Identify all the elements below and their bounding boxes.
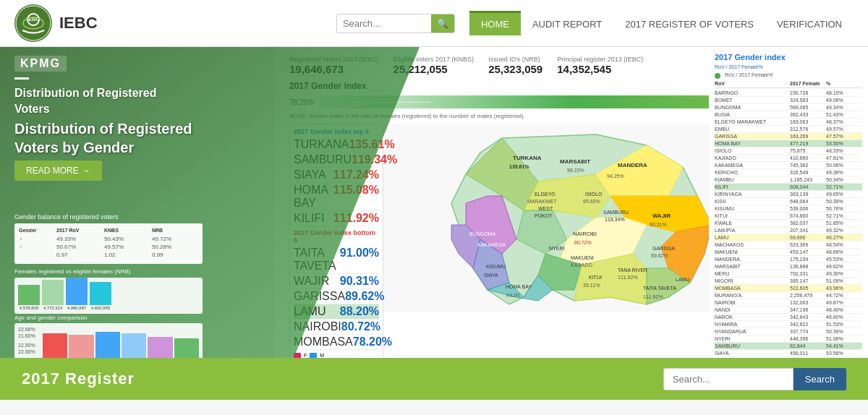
svg-text:135.61%: 135.61%	[509, 164, 529, 169]
stat-registered-label: Registered Voters 2017 (IEBC)	[289, 56, 379, 63]
svg-text:90.31%: 90.31%	[650, 222, 667, 227]
hero-main-title: Distribution of Registered Voters	[14, 85, 188, 118]
table-row: KISUMU539,00650.76%	[715, 205, 862, 213]
hero-section: Registered Voters 2017 (IEBC) 19,646,673…	[0, 47, 868, 358]
hero-left-content: KPMG Distribution of Registered Voters	[14, 56, 188, 124]
female-icon: ♀	[19, 236, 55, 242]
table-row: KAJIADO410,66047.81%	[715, 155, 862, 162]
table-row: MURANG'A2,256,47944.72%	[715, 292, 862, 299]
table-row: NYERI448,39651.06%	[715, 335, 862, 343]
svg-text:80.72%: 80.72%	[574, 240, 592, 245]
table-row: EMBU312,57649.57%	[715, 126, 862, 133]
gender-table-header: Gender 2017 RoV KNBS NRB	[19, 228, 198, 233]
bottom-search-area[interactable]: Search	[663, 368, 846, 390]
svg-text:MARAKWET: MARAKWET	[527, 199, 557, 204]
top5-row-4: HOMA BAY115.08%	[294, 183, 379, 211]
stat-eligible-value: 25,212,055	[393, 63, 475, 75]
table-row: BUNGOMA569,08549.34%	[715, 104, 862, 111]
header-left: IEBC IEBC	[14, 4, 98, 42]
hero-subtitle-area: Distribution of Registered Voters by Gen…	[14, 119, 192, 181]
bottom-search-button[interactable]: Search	[793, 368, 846, 390]
svg-text:ISIOLO: ISIOLO	[585, 192, 603, 197]
svg-text:MAKUENI: MAKUENI	[571, 255, 594, 260]
main-nav: HOME AUDIT REPORT 2017 REGISTER OF VOTER…	[469, 11, 854, 35]
read-more-button[interactable]: READ MORE →	[14, 161, 102, 181]
bottom-section: 2017 Register Search	[0, 358, 868, 400]
bot5-title: 2017 Gender index bottom 5	[294, 229, 379, 244]
read-more-label: READ MORE	[26, 166, 79, 176]
svg-text:96.23%: 96.23%	[567, 168, 584, 173]
age-labels: 22.68% 21.60% 22.90% 22.68%	[18, 327, 40, 358]
svg-text:39.11%: 39.11%	[583, 283, 600, 288]
bot5-row-2: WAJIR90.31%	[294, 274, 379, 289]
top5-row-2: SAMBURU119.34%	[294, 153, 379, 168]
svg-text:KITUI: KITUI	[589, 275, 602, 280]
table-body: BARINGO230,72848.10%BOMET324,58349.06%BU…	[715, 90, 862, 358]
svg-text:95.83%: 95.83%	[583, 199, 600, 204]
header-search-box[interactable]: 🔍	[336, 14, 455, 33]
svg-text:KISUMU: KISUMU	[486, 264, 506, 269]
bot5-row-6: MOMBASA78.20%	[294, 335, 379, 350]
bottom-search-input[interactable]	[663, 368, 793, 390]
svg-text:GARISSA: GARISSA	[652, 246, 675, 251]
data-table-title: 2017 Gender index	[715, 53, 862, 61]
age-chart-panel: Age and gender comparison 22.68% 21.60% …	[14, 315, 203, 358]
svg-text:94.25%: 94.25%	[607, 174, 624, 179]
svg-text:ELGEYO: ELGEYO	[535, 192, 556, 197]
bar-group-2: 4,772,314	[42, 280, 64, 310]
age-chart-content: 22.68% 21.60% 22.90% 22.68%	[14, 323, 203, 358]
svg-text:LAMU: LAMU	[676, 277, 689, 282]
gender-row-index: 0.97 1.02 0.99	[19, 252, 198, 258]
table-row: BUSIA362,43351.43%	[715, 111, 862, 119]
table-row: TAITA TAVETA157,63947.96%	[715, 357, 862, 358]
table-row: KAKAMEGA745,38250.06%	[715, 162, 862, 169]
age-bar-4	[122, 333, 146, 358]
svg-text:MANDERA: MANDERA	[618, 162, 647, 168]
bar-group-3: 4,990,897	[66, 278, 88, 310]
header-search-input[interactable]	[337, 15, 431, 32]
age-bar-1	[43, 333, 67, 358]
table-row: NYANDARUA337,77450.39%	[715, 328, 862, 335]
nav-register[interactable]: 2017 REGISTER OF VOTERS	[613, 11, 765, 35]
green-dot-icon	[715, 73, 720, 79]
data-table-right: 2017 Gender index RoV / 2017 Female% RoV…	[709, 47, 868, 358]
age-bar-6	[174, 338, 199, 358]
svg-text:KAJIADO: KAJIADO	[571, 262, 593, 268]
stat-issued-label: Issued ID's (NRB)	[488, 56, 542, 63]
kpmg-logo: KPMG	[14, 56, 67, 72]
svg-text:BUNGOMA: BUNGOMA	[469, 231, 496, 236]
svg-text:SAMBURU: SAMBURU	[603, 210, 629, 215]
stat-registered-value: 19,646,673	[289, 63, 379, 75]
svg-text:SIAYA: SIAYA	[484, 273, 498, 278]
svg-text:HOMA BAY: HOMA BAY	[506, 284, 532, 289]
bot5-row-3: GARISSA89.62%	[294, 289, 379, 304]
bar-group-4: 4,820,955	[90, 282, 111, 310]
gi-left-label: 78.20%	[289, 98, 314, 106]
gender-index-note: NOTE: Gender Index is the ratio of femal…	[289, 113, 651, 119]
table-row: MACHAKOS623,36948.54%	[715, 241, 862, 249]
table-row: MOMBASA522,60543.96%	[715, 285, 862, 292]
table-row: MIGORI385,14751.09%	[715, 278, 862, 285]
svg-text:KILIFI: KILIFI	[506, 293, 520, 298]
gender-table: Gender 2017 RoV KNBS NRB ♀ 49.33% 50.43%…	[14, 223, 203, 264]
table-row: BARINGO230,72848.10%	[715, 90, 862, 97]
table-row: MAKUENI453,14748.69%	[715, 249, 862, 256]
bot5-row-4: LAMU88.20%	[294, 304, 379, 320]
nav-verification[interactable]: VERIFICATION	[765, 11, 854, 35]
bar-eligible-female	[42, 280, 64, 305]
stat-registered: Registered Voters 2017 (IEBC) 19,646,673	[289, 56, 379, 75]
stat-issued-value: 25,323,059	[488, 63, 542, 75]
header-search-button[interactable]: 🔍	[431, 14, 454, 33]
age-comparison-label: Age and gender comparison	[14, 315, 203, 321]
nav-audit[interactable]: AUDIT REPORT	[521, 11, 613, 35]
header-right: 🔍 HOME AUDIT REPORT 2017 REGISTER OF VOT…	[336, 11, 854, 35]
stat-issued: Issued ID's (NRB) 25,323,059	[488, 56, 542, 75]
hero-subtitle: Distribution of Registered Voters by Gen…	[14, 119, 192, 157]
table-header: RoV 2017 Female %	[715, 81, 862, 88]
table-row: GARISSA163,26947.57%	[715, 133, 862, 140]
table-row: LAMU69,69646.27%	[715, 234, 862, 241]
nav-home[interactable]: HOME	[469, 11, 521, 35]
table-row: BOMET324,58349.06%	[715, 97, 862, 104]
gender-row-female: ♀ 49.33% 50.43% 49.72%	[19, 236, 198, 242]
table-row: MANDERA175,23445.53%	[715, 256, 862, 263]
